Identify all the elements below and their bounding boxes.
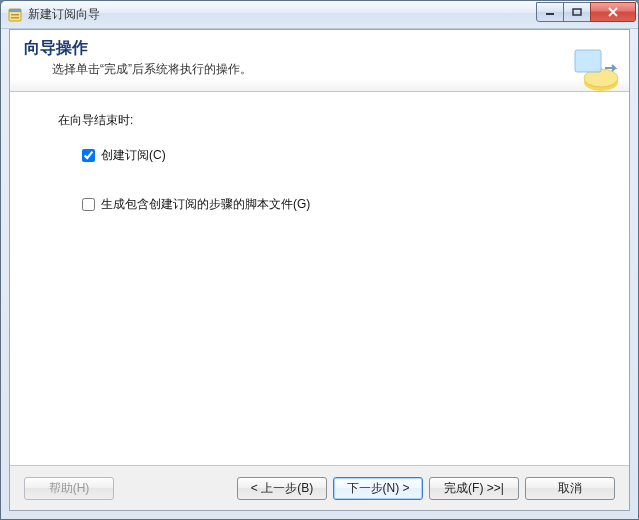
lead-text: 在向导结束时: <box>58 112 599 129</box>
maximize-button[interactable] <box>563 2 591 22</box>
checkbox-label: 创建订阅(C) <box>101 147 166 164</box>
minimize-button[interactable] <box>536 2 564 22</box>
window-title: 新建订阅向导 <box>28 6 100 23</box>
svg-rect-2 <box>11 14 19 16</box>
svg-rect-1 <box>9 9 21 12</box>
finish-button[interactable]: 完成(F) >>| <box>429 477 519 500</box>
wizard-header: 向导操作 选择单击“完成”后系统将执行的操作。 <box>10 30 629 92</box>
back-button[interactable]: < 上一步(B) <box>237 477 327 500</box>
svg-rect-9 <box>575 50 601 72</box>
page-subtitle: 选择单击“完成”后系统将执行的操作。 <box>52 61 615 78</box>
checkbox-create-subscription[interactable] <box>82 149 95 162</box>
client-area: 向导操作 选择单击“完成”后系统将执行的操作。 在向导结束时: 创建订阅(C) <box>9 29 630 511</box>
checkbox-label: 生成包含创建订阅的步骤的脚本文件(G) <box>101 196 310 213</box>
next-button[interactable]: 下一步(N) > <box>333 477 423 500</box>
checkbox-generate-script[interactable] <box>82 198 95 211</box>
svg-rect-4 <box>546 13 554 15</box>
wizard-footer: 帮助(H) < 上一步(B) 下一步(N) > 完成(F) >>| 取消 <box>10 466 629 510</box>
header-icon <box>569 46 621 94</box>
app-icon <box>7 7 23 23</box>
svg-rect-3 <box>11 17 19 19</box>
page-title: 向导操作 <box>24 38 615 59</box>
option-create-subscription: 创建订阅(C) <box>82 147 599 164</box>
window-controls <box>536 2 636 22</box>
help-button[interactable]: 帮助(H) <box>24 477 114 500</box>
option-generate-script: 生成包含创建订阅的步骤的脚本文件(G) <box>82 196 599 213</box>
titlebar[interactable]: 新建订阅向导 <box>1 1 638 29</box>
cancel-button[interactable]: 取消 <box>525 477 615 500</box>
window-frame: 新建订阅向导 向导操作 选择单击“完成”后系统将执行的操作。 <box>0 0 639 520</box>
content-area: 在向导结束时: 创建订阅(C) 生成包含创建订阅的步骤的脚本文件(G) <box>10 92 629 465</box>
close-button[interactable] <box>590 2 636 22</box>
svg-rect-5 <box>573 9 581 15</box>
